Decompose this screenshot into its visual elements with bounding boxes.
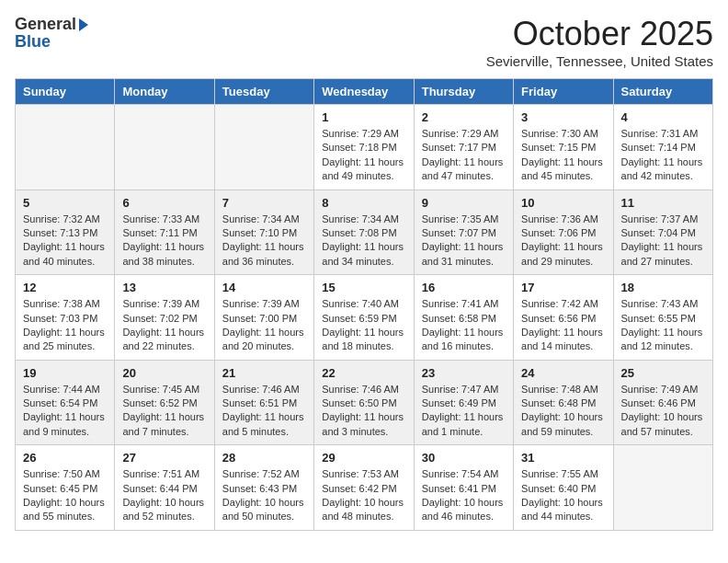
day-number: 12 [23, 281, 107, 294]
calendar-day-cell: 28Sunrise: 7:52 AMSunset: 6:43 PMDayligh… [214, 445, 313, 531]
calendar-day-cell: 31Sunrise: 7:55 AMSunset: 6:40 PMDayligh… [514, 445, 613, 531]
calendar-week-row: 19Sunrise: 7:44 AMSunset: 6:54 PMDayligh… [16, 360, 713, 445]
weekday-header-thursday: Thursday [414, 79, 513, 105]
calendar-day-cell: 15Sunrise: 7:40 AMSunset: 6:59 PMDayligh… [314, 275, 414, 361]
day-number: 2 [422, 110, 506, 124]
calendar-day-cell [613, 445, 712, 531]
day-info: Sunrise: 7:39 AMSunset: 7:02 PMDaylight:… [122, 297, 206, 354]
day-number: 23 [422, 366, 506, 380]
calendar-week-row: 12Sunrise: 7:38 AMSunset: 7:03 PMDayligh… [16, 275, 713, 361]
day-info: Sunrise: 7:41 AMSunset: 6:58 PMDaylight:… [422, 297, 506, 354]
title-section: October 2025 Sevierville, Tennessee, Uni… [486, 15, 713, 69]
calendar-day-cell: 30Sunrise: 7:54 AMSunset: 6:41 PMDayligh… [414, 445, 513, 531]
calendar-day-cell: 24Sunrise: 7:48 AMSunset: 6:48 PMDayligh… [514, 360, 613, 445]
weekday-header-sunday: Sunday [16, 79, 115, 105]
day-number: 14 [222, 281, 306, 294]
calendar-day-cell: 23Sunrise: 7:47 AMSunset: 6:49 PMDayligh… [414, 360, 513, 445]
day-info: Sunrise: 7:36 AMSunset: 7:06 PMDaylight:… [521, 213, 605, 270]
day-number: 11 [621, 196, 705, 210]
day-number: 30 [422, 451, 506, 465]
day-number: 4 [621, 110, 705, 124]
calendar-week-row: 1Sunrise: 7:29 AMSunset: 7:18 PMDaylight… [16, 105, 713, 190]
calendar-day-cell: 5Sunrise: 7:32 AMSunset: 7:13 PMDaylight… [16, 190, 115, 275]
calendar-day-cell: 14Sunrise: 7:39 AMSunset: 7:00 PMDayligh… [214, 275, 313, 361]
weekday-header-row: SundayMondayTuesdayWednesdayThursdayFrid… [16, 79, 713, 105]
day-number: 9 [422, 196, 506, 210]
calendar-day-cell: 27Sunrise: 7:51 AMSunset: 6:44 PMDayligh… [115, 445, 214, 531]
calendar-day-cell: 9Sunrise: 7:35 AMSunset: 7:07 PMDaylight… [414, 190, 513, 275]
day-number: 1 [322, 110, 405, 124]
day-number: 10 [521, 196, 605, 210]
day-number: 22 [322, 366, 405, 380]
day-number: 29 [322, 451, 405, 465]
day-info: Sunrise: 7:40 AMSunset: 6:59 PMDaylight:… [322, 297, 405, 354]
calendar-table: SundayMondayTuesdayWednesdayThursdayFrid… [15, 78, 713, 531]
calendar-day-cell: 25Sunrise: 7:49 AMSunset: 6:46 PMDayligh… [613, 360, 712, 445]
calendar-day-cell: 2Sunrise: 7:29 AMSunset: 7:17 PMDaylight… [414, 105, 513, 190]
day-info: Sunrise: 7:39 AMSunset: 7:00 PMDaylight:… [222, 297, 306, 354]
calendar-day-cell: 22Sunrise: 7:46 AMSunset: 6:50 PMDayligh… [314, 360, 414, 445]
calendar-day-cell: 21Sunrise: 7:46 AMSunset: 6:51 PMDayligh… [214, 360, 313, 445]
calendar-week-row: 5Sunrise: 7:32 AMSunset: 7:13 PMDaylight… [16, 190, 713, 275]
logo: General Blue [15, 15, 88, 52]
day-number: 20 [122, 366, 206, 380]
calendar-day-cell: 29Sunrise: 7:53 AMSunset: 6:42 PMDayligh… [314, 445, 414, 531]
calendar-day-cell: 26Sunrise: 7:50 AMSunset: 6:45 PMDayligh… [16, 445, 115, 531]
calendar-day-cell [115, 105, 214, 190]
calendar-day-cell: 18Sunrise: 7:43 AMSunset: 6:55 PMDayligh… [613, 275, 712, 361]
month-title: October 2025 [486, 15, 713, 53]
calendar-day-cell: 6Sunrise: 7:33 AMSunset: 7:11 PMDaylight… [115, 190, 214, 275]
day-number: 6 [122, 196, 206, 210]
weekday-header-saturday: Saturday [613, 79, 712, 105]
calendar-day-cell: 3Sunrise: 7:30 AMSunset: 7:15 PMDaylight… [514, 105, 613, 190]
page-header: General Blue October 2025 Sevierville, T… [15, 15, 713, 69]
day-info: Sunrise: 7:30 AMSunset: 7:15 PMDaylight:… [521, 127, 605, 184]
weekday-header-tuesday: Tuesday [214, 79, 313, 105]
day-number: 19 [23, 366, 107, 380]
day-number: 3 [521, 110, 605, 124]
calendar-day-cell: 11Sunrise: 7:37 AMSunset: 7:04 PMDayligh… [613, 190, 712, 275]
calendar-day-cell: 1Sunrise: 7:29 AMSunset: 7:18 PMDaylight… [314, 105, 414, 190]
day-info: Sunrise: 7:29 AMSunset: 7:17 PMDaylight:… [422, 127, 506, 184]
day-info: Sunrise: 7:51 AMSunset: 6:44 PMDaylight:… [122, 467, 206, 524]
day-number: 15 [322, 281, 405, 294]
day-info: Sunrise: 7:46 AMSunset: 6:51 PMDaylight:… [222, 383, 306, 440]
day-info: Sunrise: 7:49 AMSunset: 6:46 PMDaylight:… [621, 383, 705, 440]
day-number: 27 [122, 451, 206, 465]
calendar-day-cell: 19Sunrise: 7:44 AMSunset: 6:54 PMDayligh… [16, 360, 115, 445]
day-info: Sunrise: 7:34 AMSunset: 7:08 PMDaylight:… [322, 213, 405, 270]
day-info: Sunrise: 7:54 AMSunset: 6:41 PMDaylight:… [422, 467, 506, 524]
day-info: Sunrise: 7:29 AMSunset: 7:18 PMDaylight:… [322, 127, 405, 184]
calendar-day-cell: 17Sunrise: 7:42 AMSunset: 6:56 PMDayligh… [514, 275, 613, 361]
day-info: Sunrise: 7:48 AMSunset: 6:48 PMDaylight:… [521, 383, 605, 440]
weekday-header-monday: Monday [115, 79, 214, 105]
calendar-day-cell: 8Sunrise: 7:34 AMSunset: 7:08 PMDaylight… [314, 190, 414, 275]
calendar-day-cell: 4Sunrise: 7:31 AMSunset: 7:14 PMDaylight… [613, 105, 712, 190]
day-info: Sunrise: 7:31 AMSunset: 7:14 PMDaylight:… [621, 127, 705, 184]
day-info: Sunrise: 7:32 AMSunset: 7:13 PMDaylight:… [23, 213, 107, 270]
day-number: 8 [322, 196, 405, 210]
location-text: Sevierville, Tennessee, United States [486, 53, 713, 69]
calendar-day-cell [16, 105, 115, 190]
day-info: Sunrise: 7:55 AMSunset: 6:40 PMDaylight:… [521, 467, 605, 524]
day-number: 31 [521, 451, 605, 465]
day-number: 21 [222, 366, 306, 380]
logo-blue-text: Blue [15, 32, 51, 52]
calendar-day-cell: 16Sunrise: 7:41 AMSunset: 6:58 PMDayligh… [414, 275, 513, 361]
day-info: Sunrise: 7:34 AMSunset: 7:10 PMDaylight:… [222, 213, 306, 270]
day-info: Sunrise: 7:47 AMSunset: 6:49 PMDaylight:… [422, 383, 506, 440]
day-number: 7 [222, 196, 306, 210]
calendar-day-cell: 12Sunrise: 7:38 AMSunset: 7:03 PMDayligh… [16, 275, 115, 361]
day-info: Sunrise: 7:53 AMSunset: 6:42 PMDaylight:… [322, 467, 405, 524]
weekday-header-wednesday: Wednesday [314, 79, 414, 105]
day-number: 16 [422, 281, 506, 294]
day-info: Sunrise: 7:33 AMSunset: 7:11 PMDaylight:… [122, 213, 206, 270]
day-info: Sunrise: 7:38 AMSunset: 7:03 PMDaylight:… [23, 297, 107, 354]
calendar-day-cell: 13Sunrise: 7:39 AMSunset: 7:02 PMDayligh… [115, 275, 214, 361]
day-info: Sunrise: 7:45 AMSunset: 6:52 PMDaylight:… [122, 383, 206, 440]
calendar-day-cell: 10Sunrise: 7:36 AMSunset: 7:06 PMDayligh… [514, 190, 613, 275]
day-number: 13 [122, 281, 206, 294]
day-info: Sunrise: 7:43 AMSunset: 6:55 PMDaylight:… [621, 297, 705, 354]
day-number: 26 [23, 451, 107, 465]
weekday-header-friday: Friday [514, 79, 613, 105]
